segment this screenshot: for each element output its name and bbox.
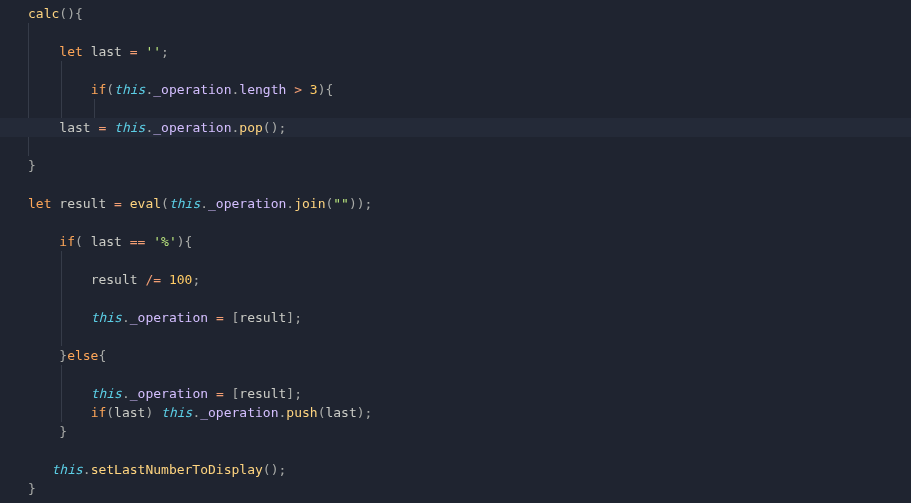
token-punc: . [122,386,130,401]
token-punc: { [98,348,106,363]
code-line[interactable] [0,251,911,270]
code-line[interactable] [0,175,911,194]
indent-guide [28,99,29,118]
token-kw: let [59,44,82,59]
token-fnname: setLastNumberToDisplay [91,462,263,477]
token-var: last [325,405,356,420]
token-fnname: pop [239,120,262,135]
token-punc: { [185,234,193,249]
token-prop: _operation [153,82,231,97]
code-line[interactable] [0,289,911,308]
indent-guide [28,137,29,156]
code-line[interactable]: } [0,156,911,175]
code-editor[interactable]: calc(){ let last = ''; if(this._operatio… [0,0,911,498]
token-punc: ( [161,196,169,211]
code-line[interactable]: result /= 100; [0,270,911,289]
code-line[interactable] [0,23,911,42]
token-kw: let [28,196,51,211]
code-line[interactable]: if( last == '%'){ [0,232,911,251]
token-punc: ) [357,405,365,420]
token-num: 100 [169,272,192,287]
code-line[interactable] [0,327,911,346]
code-line[interactable]: } [0,422,911,441]
indent-guide [94,99,95,118]
token-punc: { [75,6,83,21]
token-prop: _operation [208,196,286,211]
token-punc: ; [294,310,302,325]
code-line[interactable]: let result = eval(this._operation.join("… [0,194,911,213]
token-punc: ; [279,120,287,135]
token-kw: if [91,405,107,420]
indent-guide [61,99,62,118]
token-fnname: push [286,405,317,420]
code-line[interactable]: this._operation = [result]; [0,308,911,327]
indent-guide [61,270,62,289]
indent-guide [61,403,62,422]
code-line[interactable] [0,137,911,156]
code-line[interactable]: this._operation = [result]; [0,384,911,403]
code-line[interactable]: calc(){ [0,4,911,23]
indent-guide [61,80,62,99]
code-line[interactable]: } [0,479,911,498]
token-prop: _operation [200,405,278,420]
token-punc: ; [278,462,286,477]
token-punc: ) [177,234,185,249]
indent-guide [61,289,62,308]
token-punc: . [286,196,294,211]
token-kw: else [67,348,98,363]
token-punc: ) [145,405,153,420]
token-op: = [130,44,138,59]
indent-guide [28,61,29,80]
indent-guide [61,384,62,403]
token-str: '%' [153,234,176,249]
code-line[interactable] [0,365,911,384]
token-punc: ; [294,386,302,401]
token-punc: } [59,348,67,363]
token-var: last [91,234,122,249]
code-line[interactable]: let last = ''; [0,42,911,61]
code-line[interactable] [0,61,911,80]
token-punc: ] [286,386,294,401]
token-var: last [91,44,122,59]
token-str: '' [145,44,161,59]
token-this: this [51,462,82,477]
token-this: this [161,405,192,420]
token-this: this [91,386,122,401]
token-punc: } [28,481,36,496]
token-punc: ] [286,310,294,325]
indent-guide [28,42,29,61]
token-op: = [216,386,224,401]
token-prop: _operation [130,310,208,325]
token-op: > [294,82,302,97]
token-num: 3 [310,82,318,97]
code-line[interactable] [0,441,911,460]
code-line[interactable]: last = this._operation.pop(); [0,118,911,137]
indent-guide [61,251,62,270]
token-punc: () [59,6,75,21]
token-punc: ( [106,405,114,420]
token-punc: . [200,196,208,211]
token-fnname: join [294,196,325,211]
code-line[interactable]: this.setLastNumberToDisplay(); [0,460,911,479]
code-line[interactable] [0,213,911,232]
token-this: this [169,196,200,211]
token-punc: . [122,310,130,325]
indent-guide [28,80,29,99]
token-op: = [98,120,106,135]
token-var: last [59,120,90,135]
code-line[interactable]: if(last) this._operation.push(last); [0,403,911,422]
code-line[interactable] [0,99,911,118]
token-punc: } [28,158,36,173]
token-var: result [91,272,138,287]
token-punc: ; [365,196,373,211]
token-prop: _operation [153,120,231,135]
code-line[interactable]: if(this._operation.length > 3){ [0,80,911,99]
token-punc: } [59,424,67,439]
token-str: "" [333,196,349,211]
token-op: = [216,310,224,325]
token-kw: if [91,82,107,97]
token-punc: . [83,462,91,477]
indent-guide [28,23,29,42]
code-line[interactable]: }else{ [0,346,911,365]
token-this: this [114,120,145,135]
